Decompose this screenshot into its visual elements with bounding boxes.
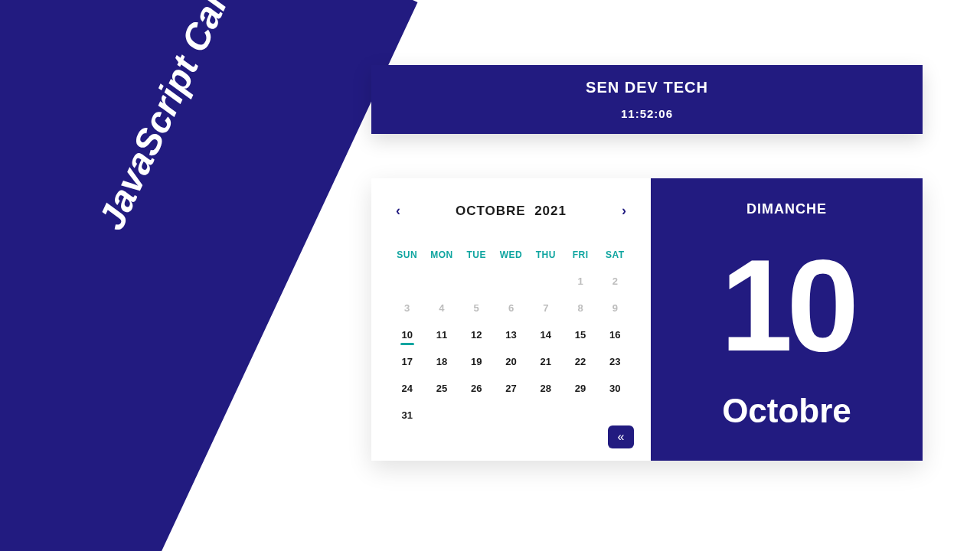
day-blank — [390, 268, 424, 295]
weekday-label: WED — [494, 249, 528, 268]
collapse-button[interactable]: « — [608, 425, 634, 448]
today-month: Octobre — [722, 392, 851, 430]
day-cell[interactable]: 21 — [528, 348, 563, 375]
clock-time: 11:52:06 — [371, 107, 923, 120]
day-cell[interactable]: 12 — [459, 321, 494, 348]
day-cell[interactable]: 23 — [598, 348, 632, 375]
year-label: 2021 — [534, 204, 567, 218]
weekday-label: SAT — [598, 249, 632, 268]
calendar-container: ‹ OCTOBRE 2021 › SUNMONTUEWEDTHUFRISAT 1… — [371, 178, 923, 461]
day-cell[interactable]: 16 — [598, 321, 632, 348]
next-month-button[interactable]: › — [616, 200, 632, 222]
today-dayname: DIMANCHE — [746, 201, 827, 217]
day-cell-prev[interactable]: 2 — [598, 268, 632, 295]
day-cell[interactable]: 31 — [390, 402, 424, 429]
day-blank — [494, 268, 528, 295]
day-cell[interactable]: 26 — [459, 375, 494, 402]
day-cell[interactable]: 25 — [424, 375, 459, 402]
day-cell[interactable]: 3 — [390, 295, 424, 321]
today-panel: DIMANCHE 10 Octobre — [651, 178, 923, 461]
today-daynumber: 10 — [720, 240, 853, 370]
weekday-label: TUE — [459, 249, 494, 268]
day-cell[interactable]: 19 — [459, 348, 494, 375]
day-blank — [528, 268, 563, 295]
weekday-row: SUNMONTUEWEDTHUFRISAT — [390, 249, 632, 268]
day-blank — [459, 268, 494, 295]
weekday-label: THU — [528, 249, 563, 268]
day-cell[interactable]: 5 — [459, 295, 494, 321]
weekday-label: SUN — [390, 249, 424, 268]
day-cell[interactable]: 15 — [563, 321, 597, 348]
day-cell[interactable]: 20 — [494, 348, 528, 375]
month-year-label: OCTOBRE 2021 — [456, 204, 567, 219]
day-cell[interactable]: 18 — [424, 348, 459, 375]
day-cell[interactable]: 24 — [390, 375, 424, 402]
weekday-label: MON — [424, 249, 459, 268]
month-label: OCTOBRE — [456, 204, 526, 218]
calendar-header: ‹ OCTOBRE 2021 › — [390, 200, 632, 222]
prev-month-button[interactable]: ‹ — [390, 200, 407, 222]
day-cell[interactable]: 10 — [390, 321, 424, 348]
day-blank — [424, 268, 459, 295]
day-cell[interactable]: 17 — [390, 348, 424, 375]
day-cell[interactable]: 9 — [598, 295, 632, 321]
day-cell[interactable]: 4 — [424, 295, 459, 321]
weekday-label: FRI — [563, 249, 597, 268]
main-content: SEN DEV TECH 11:52:06 ‹ OCTOBRE 2021 › S… — [371, 65, 923, 461]
day-cell[interactable]: 29 — [563, 375, 597, 402]
diagonal-banner — [0, 0, 417, 551]
day-cell[interactable]: 22 — [563, 348, 597, 375]
day-cell[interactable]: 8 — [563, 295, 597, 321]
day-cell[interactable]: 7 — [528, 295, 563, 321]
day-cell[interactable]: 14 — [528, 321, 563, 348]
day-cell-prev[interactable]: 1 — [563, 268, 597, 295]
day-cell[interactable]: 11 — [424, 321, 459, 348]
double-chevron-left-icon: « — [618, 430, 625, 444]
days-grid: 1234567891011121314151617181920212223242… — [390, 268, 632, 429]
calendar-grid-panel: ‹ OCTOBRE 2021 › SUNMONTUEWEDTHUFRISAT 1… — [371, 178, 651, 461]
day-cell[interactable]: 30 — [598, 375, 632, 402]
header-bar: SEN DEV TECH 11:52:06 — [371, 65, 923, 134]
brand-title: SEN DEV TECH — [371, 79, 923, 96]
day-cell[interactable]: 13 — [494, 321, 528, 348]
day-cell[interactable]: 6 — [494, 295, 528, 321]
day-cell[interactable]: 28 — [528, 375, 563, 402]
day-cell[interactable]: 27 — [494, 375, 528, 402]
